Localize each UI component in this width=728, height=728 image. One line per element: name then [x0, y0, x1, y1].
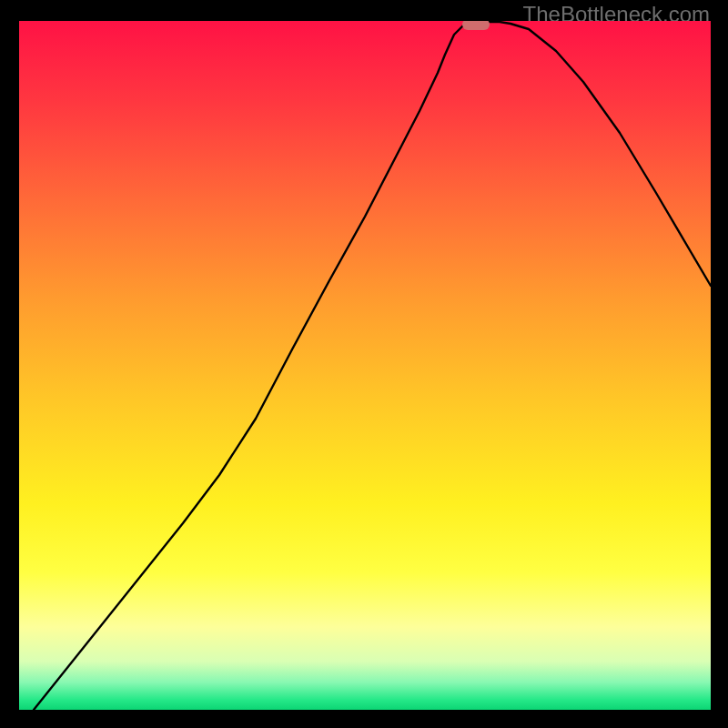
optimal-marker: [462, 21, 490, 30]
chart-frame: TheBottleneck.com: [0, 0, 728, 728]
gradient-background: [19, 21, 711, 710]
bottleneck-chart: [19, 21, 711, 710]
plot-area: [19, 21, 711, 710]
